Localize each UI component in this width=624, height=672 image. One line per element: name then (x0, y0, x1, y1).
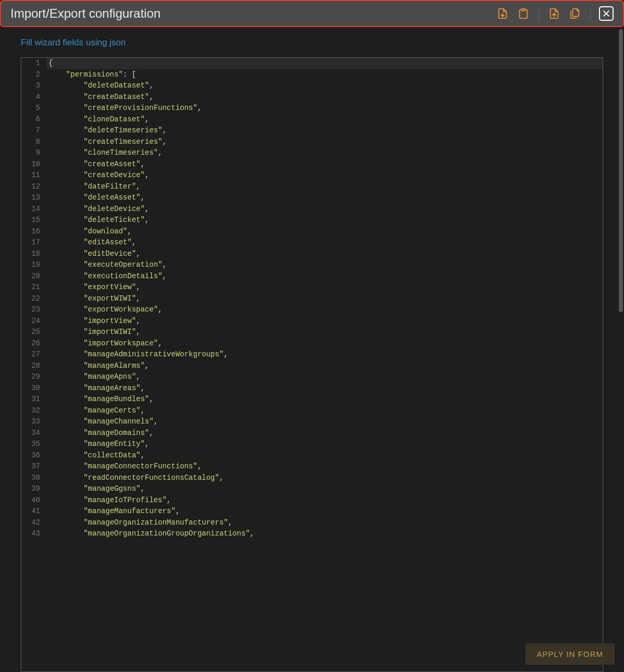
code-line[interactable]: 4 "createDataset", (21, 92, 603, 103)
code-line[interactable]: 26 "importWorkspace", (21, 338, 603, 350)
line-number: 30 (21, 383, 46, 394)
code-line[interactable]: 34 "manageDomains", (21, 428, 603, 439)
line-number: 7 (21, 125, 46, 136)
code-line[interactable]: 33 "manageChannels", (21, 416, 603, 428)
code-line[interactable]: 30 "manageAreas", (21, 383, 603, 394)
line-number: 12 (21, 181, 46, 193)
code-line[interactable]: 11 "createDevice", (21, 170, 603, 181)
code-line[interactable]: 23 "exportWorkspace", (21, 304, 603, 316)
line-number: 43 (21, 528, 46, 540)
code-line[interactable]: 3 "deleteDataset", (21, 80, 603, 92)
code-line[interactable]: 18 "editDevice", (21, 248, 603, 260)
code-content: { (46, 58, 603, 69)
clipboard-icon[interactable] (517, 7, 530, 20)
code-line[interactable]: 37 "manageConnectorFunctions", (21, 461, 603, 472)
titlebar-actions (496, 6, 614, 21)
separator (539, 6, 539, 21)
code-line[interactable]: 20 "executionDetails", (21, 271, 603, 282)
code-line[interactable]: 40 "manageIoTProfiles", (21, 495, 603, 506)
code-line[interactable]: 29 "manageApns", (21, 371, 603, 383)
line-number: 13 (21, 192, 46, 204)
code-line[interactable]: 28 "manageAlarms", (21, 360, 603, 372)
fill-wizard-link[interactable]: Fill wizard fields using json (21, 38, 603, 48)
code-line[interactable]: 31 "manageBundles", (21, 394, 603, 405)
code-line[interactable]: 36 "collectData", (21, 450, 603, 462)
line-number: 21 (21, 282, 46, 293)
code-line[interactable]: 19 "executeOperation", (21, 259, 603, 271)
code-content: "deleteAsset", (46, 192, 603, 204)
line-number: 18 (21, 248, 46, 260)
modal-footer: APPLY IN FORM (525, 643, 615, 665)
code-line[interactable]: 1{ (21, 58, 603, 69)
code-content: "exportView", (46, 282, 603, 293)
line-number: 16 (21, 226, 46, 238)
line-number: 6 (21, 114, 46, 126)
code-line[interactable]: 10 "createAsset", (21, 159, 603, 170)
vertical-scrollbar[interactable] (618, 29, 624, 672)
scrollbar-thumb[interactable] (619, 29, 623, 312)
code-content: "manageChannels", (46, 416, 603, 428)
close-button[interactable] (599, 6, 614, 21)
code-line[interactable]: 42 "manageOrganizationManufacturers", (21, 517, 603, 529)
line-number: 20 (21, 271, 46, 282)
json-editor[interactable]: 1{2 "permissions": [3 "deleteDataset",4 … (21, 57, 603, 672)
code-line[interactable]: 8 "createTimeseries", (21, 136, 603, 148)
apply-in-form-button[interactable]: APPLY IN FORM (525, 643, 615, 665)
code-line[interactable]: 6 "cloneDataset", (21, 114, 603, 126)
line-number: 31 (21, 394, 46, 405)
file-export-icon[interactable] (496, 7, 509, 20)
code-content: "manageAlarms", (46, 360, 603, 372)
line-number: 1 (21, 58, 46, 69)
code-content: "manageIoTProfiles", (46, 495, 603, 506)
code-content: "manageGgsns", (46, 483, 603, 495)
code-content: "readConnectorFunctionsCatalog", (46, 472, 603, 484)
code-line[interactable]: 43 "manageOrganizationGroupOrganizations… (21, 528, 603, 540)
code-content: "dateFilter", (46, 181, 603, 193)
code-content: "manageCerts", (46, 405, 603, 417)
code-content: "deleteDevice", (46, 204, 603, 215)
code-line[interactable]: 22 "exportWIWI", (21, 293, 603, 305)
code-line[interactable]: 5 "createProvisionFunctions", (21, 103, 603, 114)
code-line[interactable]: 39 "manageGgsns", (21, 483, 603, 495)
code-content: "manageOrganizationManufacturers", (46, 517, 603, 529)
code-line[interactable]: 24 "importView", (21, 316, 603, 327)
code-line[interactable]: 38 "readConnectorFunctionsCatalog", (21, 472, 603, 484)
line-number: 41 (21, 506, 46, 517)
code-line[interactable]: 2 "permissions": [ (21, 69, 603, 81)
code-line[interactable]: 16 "download", (21, 226, 603, 238)
line-number: 32 (21, 405, 46, 417)
line-number: 35 (21, 439, 46, 450)
code-line[interactable]: 14 "deleteDevice", (21, 204, 603, 215)
line-number: 33 (21, 416, 46, 428)
svg-rect-0 (521, 9, 525, 11)
code-line[interactable]: 35 "manageEntity", (21, 439, 603, 450)
code-content: "createDevice", (46, 170, 603, 181)
code-line[interactable]: 7 "deleteTimeseries", (21, 125, 603, 136)
code-line[interactable]: 15 "deleteTicket", (21, 215, 603, 226)
line-number: 28 (21, 360, 46, 372)
code-content: "createProvisionFunctions", (46, 103, 603, 114)
modal-body: Fill wizard fields using json 1{2 "permi… (0, 27, 624, 672)
code-line[interactable]: 32 "manageCerts", (21, 405, 603, 417)
line-number: 40 (21, 495, 46, 506)
line-number: 29 (21, 371, 46, 383)
files-icon[interactable] (568, 7, 582, 20)
separator (590, 6, 591, 21)
code-line[interactable]: 27 "manageAdministrativeWorkgroups", (21, 349, 603, 360)
code-content: "manageAreas", (46, 383, 603, 394)
code-content: "manageManufacturers", (46, 506, 603, 517)
line-number: 36 (21, 450, 46, 462)
file-import-icon[interactable] (547, 7, 561, 20)
code-content: "exportWIWI", (46, 293, 603, 305)
code-line[interactable]: 25 "importWIWI", (21, 327, 603, 338)
code-content: "executeOperation", (46, 259, 603, 271)
code-line[interactable]: 21 "exportView", (21, 282, 603, 293)
line-number: 4 (21, 92, 46, 103)
code-line[interactable]: 13 "deleteAsset", (21, 192, 603, 204)
code-line[interactable]: 9 "cloneTimeseries", (21, 147, 603, 159)
code-line[interactable]: 17 "editAsset", (21, 237, 603, 248)
line-number: 8 (21, 136, 46, 148)
modal-title: Import/Export configuration (10, 6, 496, 21)
code-line[interactable]: 12 "dateFilter", (21, 181, 603, 193)
code-line[interactable]: 41 "manageManufacturers", (21, 506, 603, 517)
